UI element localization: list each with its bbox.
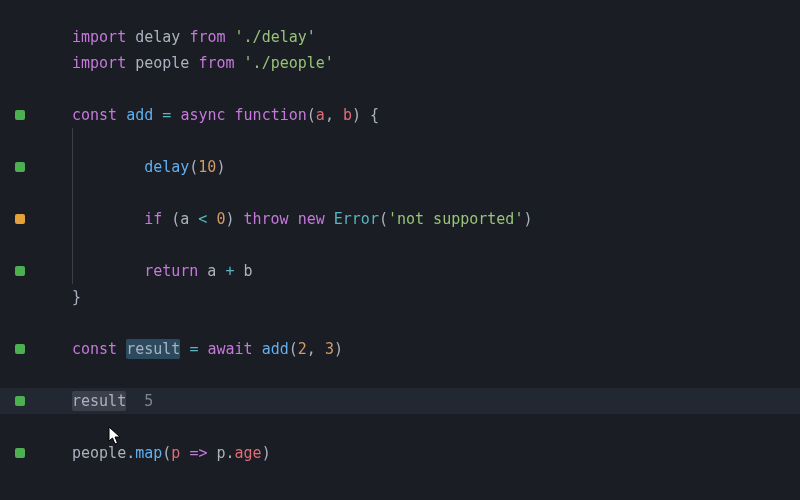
gutter [0,396,40,406]
identifier: result [72,392,126,410]
dot: . [226,444,235,462]
code-content[interactable]: const add = async function(a, b) { [40,102,379,128]
code-line[interactable]: people.map(p => p.age) [0,440,800,466]
code-line[interactable]: delay(10) [0,154,800,180]
operator: = [162,106,171,124]
paren-open: ( [307,106,316,124]
gutter [0,110,40,120]
code-content[interactable]: import delay from './delay' [40,24,316,50]
property: age [235,444,262,462]
keyword-from: from [189,28,225,46]
code-content[interactable]: if (a < 0) throw new Error('not supporte… [40,206,532,232]
function-name: add [126,106,153,124]
keyword-return: return [144,262,198,280]
code-line-blank[interactable] [0,232,800,258]
number-literal: 10 [198,158,216,176]
inline-result: 5 [144,392,153,410]
paren-close: ) [334,340,343,358]
paren-close: ) [523,210,532,228]
paren-open: ( [162,444,171,462]
variable-use-highlight: result [72,391,126,411]
dot: . [126,444,135,462]
string-literal: './people' [244,54,334,72]
gutter [0,266,40,276]
identifier: p [217,444,226,462]
gutter [0,214,40,224]
coverage-marker-green [15,266,25,276]
code-content[interactable]: people.map(p => p.age) [40,440,271,466]
variable-decl-highlight: result [126,339,180,359]
class-name: Error [334,210,379,228]
keyword-const: const [72,106,117,124]
operator: + [225,262,234,280]
code-line-blank[interactable] [0,76,800,102]
code-content[interactable]: const result = await add(2, 3) [40,336,343,362]
brace-open: { [370,106,379,124]
code-line[interactable]: const result = await add(2, 3) [0,336,800,362]
code-line[interactable]: const add = async function(a, b) { [0,102,800,128]
function-call: add [262,340,289,358]
code-line[interactable]: if (a < 0) throw new Error('not supporte… [0,206,800,232]
comma: , [325,106,334,124]
keyword-if: if [144,210,162,228]
code-content[interactable]: delay(10) [40,154,225,180]
coverage-marker-green [15,396,25,406]
operator: = [189,340,198,358]
gutter [0,162,40,172]
paren-open: ( [379,210,388,228]
coverage-marker-green [15,162,25,172]
code-content[interactable]: result 5 [40,388,153,414]
paren-open: ( [289,340,298,358]
keyword-function: function [235,106,307,124]
method-call: map [135,444,162,462]
code-line[interactable]: import delay from './delay' [0,24,800,50]
inline-spacer [126,392,144,410]
number-literal: 3 [325,340,334,358]
code-content[interactable]: } [40,284,81,310]
identifier: people [135,54,189,72]
identifier: b [243,262,252,280]
code-line[interactable]: return a + b [0,258,800,284]
code-editor[interactable]: import delay from './delay' import peopl… [0,0,800,466]
keyword-import: import [72,54,126,72]
keyword-new: new [298,210,325,228]
paren-close: ) [216,158,225,176]
keyword-from: from [198,54,234,72]
identifier: a [180,210,189,228]
param: a [316,106,325,124]
code-line[interactable]: } [0,284,800,310]
gutter [0,344,40,354]
code-line-blank[interactable] [0,362,800,388]
string-literal: './delay' [235,28,316,46]
code-line[interactable]: import people from './people' [0,50,800,76]
brace-close: } [72,288,81,306]
comma: , [307,340,316,358]
paren-close: ) [262,444,271,462]
indent-guide [72,180,73,206]
keyword-async: async [180,106,225,124]
code-line-blank[interactable] [0,180,800,206]
function-call: delay [144,158,189,176]
indent-guide [72,232,73,258]
code-line-active[interactable]: result 5 [0,388,800,414]
paren-open: ( [189,158,198,176]
string-literal: 'not supported' [388,210,523,228]
gutter [0,448,40,458]
coverage-marker-green [15,110,25,120]
coverage-marker-green [15,448,25,458]
keyword-await: await [207,340,252,358]
code-line-blank[interactable] [0,414,800,440]
code-line-blank[interactable] [0,310,800,336]
code-line-blank[interactable] [0,128,800,154]
coverage-marker-partial [15,214,25,224]
keyword-import: import [72,28,126,46]
code-content[interactable]: return a + b [40,258,253,284]
identifier: delay [135,28,180,46]
param: b [343,106,352,124]
param: p [171,444,180,462]
code-content[interactable]: import people from './people' [40,50,334,76]
identifier: people [72,444,126,462]
operator: < [198,210,207,228]
arrow: => [189,444,207,462]
coverage-marker-green [15,344,25,354]
